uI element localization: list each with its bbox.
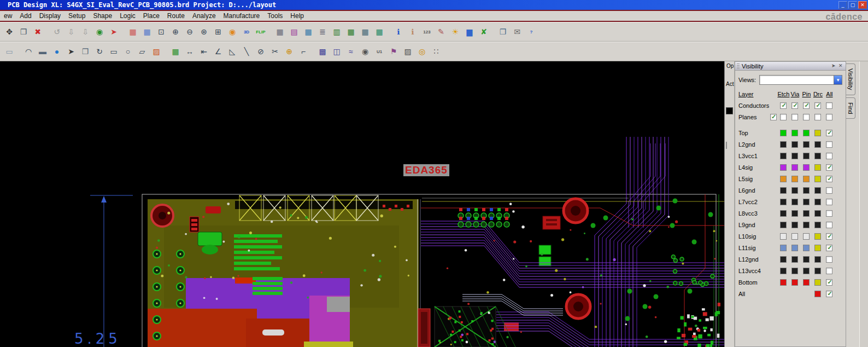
menu-item[interactable]: Route [163, 11, 189, 21]
pin-icon[interactable]: ➤ [830, 63, 837, 70]
pin-color-swatch[interactable] [803, 256, 810, 263]
close-icon[interactable]: ✕ [837, 63, 844, 70]
layer-all-checkbox[interactable] [826, 199, 832, 205]
web-icon[interactable]: ◉ [92, 25, 107, 38]
minimize-button[interactable]: _ [838, 1, 847, 9]
circle-slash-icon[interactable]: ⊘ [254, 45, 268, 58]
pin-color-swatch[interactable] [803, 164, 810, 171]
zoom-fit-icon[interactable]: ⊞ [211, 25, 225, 38]
snip-icon[interactable]: ✂ [268, 45, 282, 58]
etch-color-swatch[interactable] [780, 130, 787, 136]
drc-color-swatch[interactable] [814, 130, 821, 136]
etch-color-swatch[interactable] [780, 256, 787, 263]
chevron-down-icon[interactable]: ▼ [834, 76, 842, 84]
worksheet-icon[interactable]: ▦ [358, 25, 372, 38]
color-priority-icon[interactable]: ▦ [301, 25, 315, 38]
row-pre-checkbox[interactable] [770, 114, 777, 120]
blank-icon[interactable]: ▭ [2, 45, 16, 58]
rotate-icon[interactable]: ↻ [92, 45, 107, 58]
refdes-icon[interactable]: U1 [372, 45, 386, 58]
layer-all-checkbox[interactable] [826, 210, 832, 217]
etch-color-swatch[interactable] [780, 187, 787, 194]
etch-color-swatch[interactable] [780, 222, 787, 228]
grid-snap-icon[interactable]: ▦ [140, 25, 154, 38]
brush-icon[interactable]: ✎ [434, 25, 448, 38]
target-icon[interactable]: ◎ [415, 45, 429, 58]
menu-item[interactable]: Place [139, 11, 163, 21]
pin-color-swatch[interactable] [803, 279, 810, 286]
drc-color-swatch[interactable] [814, 291, 821, 297]
via-color-swatch[interactable] [791, 256, 798, 263]
grid-dots-icon[interactable]: ∷ [429, 45, 443, 58]
grid-define-icon[interactable]: ▦ [126, 25, 140, 38]
drc-color-swatch[interactable] [814, 187, 821, 194]
delete-icon[interactable]: ✖ [31, 25, 45, 38]
via-color-swatch[interactable] [791, 141, 798, 148]
layer-stack-icon[interactable]: ≣ [315, 25, 330, 38]
stack-icon[interactable]: ❐ [78, 45, 92, 58]
drc-color-swatch[interactable] [814, 141, 821, 148]
highlight-icon[interactable]: ☀ [448, 25, 462, 38]
drc-color-swatch[interactable] [814, 153, 821, 159]
via-color-swatch[interactable] [791, 187, 798, 194]
menu-item[interactable]: Setup [64, 11, 89, 21]
via-color-swatch[interactable] [791, 222, 798, 228]
dim-linear-icon[interactable]: ⇤ [197, 45, 211, 58]
pointer-icon[interactable]: ➤ [64, 45, 78, 58]
probe-icon[interactable]: ≈ [344, 45, 358, 58]
menu-item[interactable]: Display [36, 11, 64, 21]
drc-checkbox[interactable] [814, 102, 821, 109]
color-dialog-icon[interactable]: ▤ [287, 25, 301, 38]
etch-color-swatch[interactable] [780, 233, 787, 240]
pin-color-swatch[interactable] [803, 153, 810, 159]
pin-color-swatch[interactable] [803, 176, 810, 182]
layer-all-checkbox[interactable] [826, 153, 832, 159]
etch-color-swatch[interactable] [780, 199, 787, 205]
menu-item[interactable]: Help [286, 11, 308, 21]
info-icon[interactable]: ℹ [391, 25, 406, 38]
via-color-swatch[interactable] [791, 164, 798, 171]
etch-color-swatch[interactable] [780, 164, 787, 171]
parallelogram-icon[interactable]: ▱ [135, 45, 149, 58]
pin-color-swatch[interactable] [803, 268, 810, 274]
pin-color-swatch[interactable] [803, 210, 810, 217]
chart-icon[interactable]: ▆ [462, 25, 477, 38]
layer-all-checkbox[interactable] [826, 268, 832, 274]
pcb-canvas[interactable]: 5.25 [0, 61, 724, 347]
constraint-manager-icon[interactable]: ▦ [372, 25, 386, 38]
etch-color-swatch[interactable] [780, 268, 787, 274]
layer-all-checkbox[interactable] [826, 164, 832, 171]
layer-all-checkbox[interactable] [826, 176, 832, 182]
panel-grip-icon[interactable] [737, 63, 740, 69]
menu-item[interactable]: Shape [89, 11, 116, 21]
filled-circle-icon[interactable]: ● [50, 45, 64, 58]
drc-color-swatch[interactable] [814, 245, 821, 251]
etch-color-swatch[interactable] [780, 153, 787, 159]
pin-color-swatch[interactable] [803, 199, 810, 205]
via-color-swatch[interactable] [791, 233, 798, 240]
windows-icon[interactable]: ❐ [496, 25, 510, 38]
line-icon[interactable]: ╲ [239, 45, 254, 58]
via-color-swatch[interactable] [791, 130, 798, 136]
etch-color-swatch[interactable] [780, 245, 787, 251]
etch-color-swatch[interactable] [780, 279, 787, 286]
pin-checkbox[interactable] [803, 102, 810, 109]
menu-item[interactable]: Tools [263, 11, 286, 21]
move-icon[interactable]: ✥ [2, 25, 16, 38]
menu-item[interactable]: ew [0, 11, 16, 21]
board-outline-icon[interactable]: ▦ [168, 45, 183, 58]
via-color-swatch[interactable] [791, 279, 798, 286]
close-button[interactable]: ✕ [858, 1, 867, 9]
via-color-swatch[interactable] [791, 210, 798, 217]
dropdown-icon[interactable]: ⇩ [78, 25, 92, 38]
menu-item[interactable]: Logic [116, 11, 139, 21]
active-class-color-swatch[interactable] [726, 107, 733, 114]
options-checkbox[interactable] [726, 142, 727, 149]
drc-checkbox[interactable] [814, 114, 821, 120]
mail-icon[interactable]: ✉ [510, 25, 524, 38]
via-checkbox[interactable] [791, 102, 798, 109]
add-via-icon[interactable]: ⊕ [282, 45, 296, 58]
tab-visibility[interactable]: Visibility [846, 63, 855, 95]
arc-icon[interactable]: ◠ [21, 45, 36, 58]
visibility-panel-titlebar[interactable]: Visibility ➤ ✕ [735, 62, 846, 71]
